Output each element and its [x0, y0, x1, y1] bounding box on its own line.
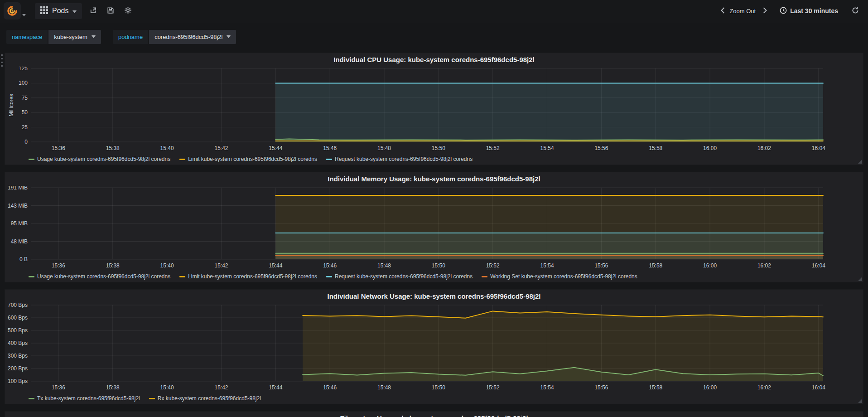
- chevron-left-icon: [721, 7, 725, 15]
- x-tick-label: 15:50: [432, 145, 445, 151]
- series-fill: [275, 255, 823, 259]
- x-tick-label: 16:00: [703, 145, 717, 151]
- legend-series-name: Request kube-system coredns-695f96dcd5-9…: [335, 156, 473, 162]
- variable-label: podname: [113, 30, 148, 44]
- legend-item[interactable]: Request kube-system coredns-695f96dcd5-9…: [326, 156, 473, 162]
- save-button[interactable]: [104, 4, 117, 18]
- row-drag-handle[interactable]: [1, 54, 3, 67]
- x-tick-label: 15:50: [432, 384, 445, 391]
- y-tick-label: 125: [19, 67, 28, 72]
- x-tick-label: 15:58: [649, 262, 662, 269]
- x-tick-label: 16:04: [812, 384, 825, 391]
- memory-usage-chart[interactable]: 15:3615:3815:4015:4215:4415:4615:4815:50…: [8, 186, 856, 271]
- variable-value-dropdown[interactable]: kube-system: [48, 30, 101, 44]
- variable-value-text: kube-system: [54, 34, 87, 40]
- legend-item[interactable]: Rx kube-system coredns-695f96dcd5-98j2l: [149, 395, 261, 402]
- legend-item[interactable]: Working Set kube-system coredns-695f96dc…: [482, 273, 637, 280]
- y-axis-title: Millicores: [8, 94, 14, 116]
- legend-item[interactable]: Usage kube-system coredns-695f96dcd5-98j…: [29, 273, 170, 280]
- x-tick-label: 15:54: [540, 145, 554, 151]
- chevron-down-icon: [72, 7, 77, 15]
- y-tick-label: 100: [19, 80, 28, 86]
- legend-series-swatch: [326, 159, 332, 160]
- x-tick-label: 15:44: [269, 384, 282, 391]
- x-tick-label: 15:42: [214, 145, 228, 151]
- refresh-button[interactable]: [849, 4, 862, 18]
- legend-series-name: Usage kube-system coredns-695f96dcd5-98j…: [37, 273, 170, 280]
- legend-item[interactable]: Usage kube-system coredns-695f96dcd5-98j…: [29, 156, 170, 162]
- x-tick-label: 16:04: [812, 262, 825, 269]
- legend-item[interactable]: Limit kube-system coredns-695f96dcd5-98j…: [179, 156, 317, 162]
- x-tick-label: 15:52: [486, 145, 500, 151]
- panel-resize-handle[interactable]: [858, 399, 862, 403]
- dashboard-picker[interactable]: Pods: [35, 3, 82, 19]
- legend-item[interactable]: Limit kube-system coredns-695f96dcd5-98j…: [179, 273, 317, 280]
- x-tick-label: 15:40: [160, 384, 174, 391]
- panel-cpu-usage: Individual CPU Usage: kube-system coredn…: [5, 53, 863, 165]
- legend-item[interactable]: Tx kube-system coredns-695f96dcd5-98j2l: [29, 395, 140, 402]
- x-tick-label: 15:42: [214, 384, 228, 391]
- network-usage-chart[interactable]: 15:3615:3815:4015:4215:4415:4615:4815:50…: [8, 303, 856, 393]
- panel-resize-handle[interactable]: [858, 277, 862, 281]
- x-tick-label: 15:40: [160, 262, 174, 269]
- share-button[interactable]: [87, 4, 100, 18]
- x-tick-label: 15:48: [377, 384, 391, 391]
- x-tick-label: 15:46: [323, 262, 337, 269]
- x-tick-label: 16:02: [757, 384, 771, 391]
- x-tick-label: 15:36: [52, 384, 65, 391]
- time-back-button[interactable]: [718, 5, 728, 18]
- x-tick-label: 16:00: [703, 262, 717, 269]
- y-tick-label: 25: [22, 124, 28, 131]
- navbar: Pods: [0, 0, 868, 22]
- chevron-down-icon[interactable]: [22, 10, 26, 18]
- x-tick-label: 15:40: [160, 145, 174, 151]
- variable-value-dropdown[interactable]: coredns-695f96dcd5-98j2l: [149, 30, 236, 44]
- variable-podname: podname coredns-695f96dcd5-98j2l: [113, 30, 236, 44]
- legend-series-swatch: [179, 159, 185, 160]
- legend-series-name: Rx kube-system coredns-695f96dcd5-98j2l: [158, 395, 261, 402]
- variable-label: namespace: [6, 30, 48, 44]
- y-tick-label: 50: [22, 109, 28, 116]
- panel-title[interactable]: Individual CPU Usage: kube-system coredn…: [8, 53, 860, 67]
- chart-legend: Usage kube-system coredns-695f96dcd5-98j…: [8, 271, 860, 282]
- y-tick-label: 191 MiB: [8, 186, 28, 191]
- settings-button[interactable]: [121, 4, 135, 18]
- y-tick-label: 95 MiB: [11, 220, 28, 227]
- x-tick-label: 15:44: [269, 262, 282, 269]
- x-tick-label: 15:56: [594, 145, 608, 151]
- legend-series-name: Limit kube-system coredns-695f96dcd5-98j…: [188, 273, 317, 280]
- chevron-down-icon: [227, 35, 231, 38]
- legend-series-name: Request kube-system coredns-695f96dcd5-9…: [335, 273, 473, 280]
- x-tick-label: 15:46: [323, 384, 337, 391]
- cpu-usage-chart[interactable]: 15:3615:3815:4015:4215:4415:4615:4815:50…: [8, 67, 856, 154]
- panel-resize-handle[interactable]: [858, 160, 862, 164]
- legend-series-name: Working Set kube-system coredns-695f96dc…: [490, 273, 637, 280]
- panel-title[interactable]: Individual Memory Usage: kube-system cor…: [8, 172, 860, 186]
- y-tick-label: 600 Bps: [8, 315, 28, 321]
- template-variables-bar: namespace kube-system podname coredns-69…: [0, 22, 868, 51]
- dashboard-title: Pods: [52, 7, 68, 15]
- zoom-out-button[interactable]: Zoom Out: [728, 5, 757, 17]
- chart-legend: Usage kube-system coredns-695f96dcd5-98j…: [8, 154, 860, 165]
- y-tick-label: 0 B: [19, 256, 28, 262]
- x-tick-label: 15:38: [106, 384, 120, 391]
- panel-title[interactable]: Filesystem Usage: kube-system coredns-69…: [8, 412, 860, 417]
- time-range-picker[interactable]: Last 30 minutes: [776, 4, 842, 18]
- legend-series-swatch: [29, 398, 34, 399]
- x-tick-label: 15:50: [432, 262, 445, 269]
- x-tick-label: 16:02: [757, 145, 771, 151]
- time-forward-button[interactable]: [760, 5, 770, 18]
- legend-series-swatch: [29, 276, 34, 277]
- y-tick-label: 200 Bps: [8, 365, 28, 372]
- panel-title[interactable]: Individual Network Usage: kube-system co…: [8, 290, 860, 303]
- gear-icon: [124, 6, 132, 15]
- legend-item[interactable]: Request kube-system coredns-695f96dcd5-9…: [326, 273, 473, 280]
- x-tick-label: 15:58: [649, 145, 662, 151]
- chart-legend: Tx kube-system coredns-695f96dcd5-98j2lR…: [8, 393, 860, 404]
- grafana-logo[interactable]: [4, 2, 21, 19]
- y-tick-label: 48 MiB: [11, 238, 28, 245]
- grafana-logo-icon: [7, 5, 18, 16]
- x-tick-label: 15:46: [323, 145, 337, 151]
- y-tick-label: 500 Bps: [8, 327, 28, 334]
- dashboard-grid-icon: [40, 6, 48, 16]
